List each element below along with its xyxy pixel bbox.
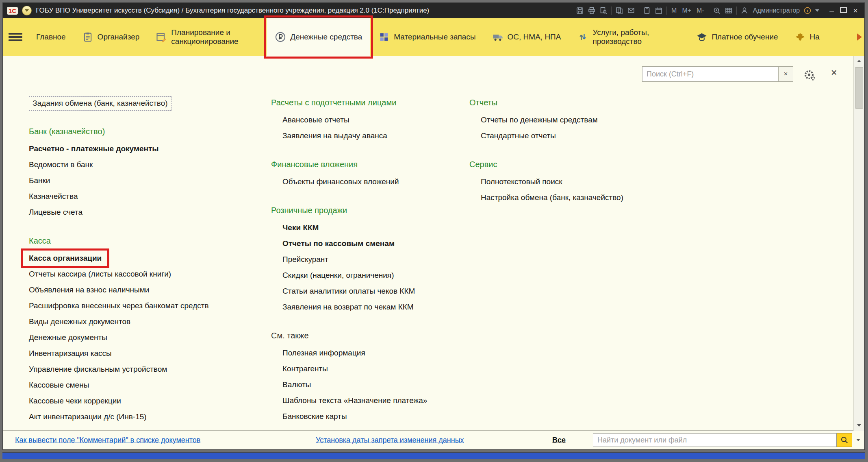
menu-item[interactable]: Ведомости в банк [29, 157, 260, 172]
send-icon[interactable] [627, 7, 635, 15]
memory-mminus-button[interactable]: М- [696, 7, 705, 14]
menu-item[interactable]: Контрагенты [271, 361, 466, 377]
maximize-button[interactable] [840, 7, 847, 15]
menu-item[interactable]: Управление фискальным устройством [29, 361, 260, 377]
menu-item[interactable]: Стандартные отчеты [469, 128, 681, 144]
graduation-cap-icon [696, 31, 707, 43]
menu-item[interactable]: Заявления на возврат по чекам ККМ [271, 299, 466, 315]
window-title: ГОБУ ВПО Университет искусств (Субсидия)… [36, 7, 429, 15]
tab-os-nma-npa[interactable]: ОС, НМА, НПА [484, 18, 569, 56]
memory-mplus-button[interactable]: М+ [681, 7, 692, 14]
calendar-pencil-icon [156, 31, 167, 43]
panel-search-input[interactable] [642, 66, 779, 82]
copy-icon[interactable] [615, 7, 623, 15]
panel-search-group: × [642, 66, 793, 82]
main-menu-icon[interactable] [9, 18, 22, 56]
save-icon[interactable] [576, 7, 584, 15]
menu-item[interactable]: Инвентаризация кассы [29, 345, 260, 361]
calculator-icon[interactable] [643, 7, 651, 15]
toolbar-separator [611, 7, 612, 15]
toolbar-separator [823, 7, 823, 15]
kassa-group: Касса Касса организации Отчеты кассира (… [29, 235, 260, 425]
menu-item[interactable]: Полезная информация [271, 345, 466, 361]
menu-item[interactable]: Кассовые чеки коррекции [29, 393, 260, 409]
tab-uslugi-raboty[interactable]: Услуги, работы, производство [569, 18, 688, 56]
table-icon[interactable] [725, 7, 733, 15]
global-search-input[interactable] [593, 433, 837, 447]
menu-item[interactable]: Виды денежных документов [29, 314, 260, 329]
menu-column-3: Отчеты Отчеты по денежным средствам Стан… [469, 96, 681, 220]
toolbar-separator [639, 7, 639, 15]
zoom-in-icon[interactable] [713, 7, 721, 15]
titlebar: 1С ГОБУ ВПО Университет искусств (Субсид… [3, 3, 864, 18]
tab-organizer[interactable]: Органайзер [74, 18, 148, 56]
print-preview-icon[interactable] [599, 7, 608, 15]
footer-bar: Как вывести поле "Комментарий" в списке … [3, 430, 853, 449]
menu-item[interactable]: Отчеты кассира (листы кассовой книги) [29, 266, 260, 282]
menu-item-kassa-organizacii[interactable]: Касса организации [29, 250, 260, 266]
menu-column-2: Расчеты с подотчетными лицами Авансовые … [271, 96, 466, 439]
section-ribbon: Главное Органайзер Планирование и санкци… [3, 18, 864, 56]
menu-item[interactable]: Лицевые счета [29, 204, 260, 220]
search-button[interactable] [837, 433, 852, 447]
memory-m-button[interactable]: М [671, 7, 677, 14]
menu-item[interactable]: Чеки ККМ [271, 220, 466, 235]
menu-item[interactable]: Отчеты по денежным средствам [469, 112, 681, 128]
user-icon[interactable] [740, 7, 749, 15]
menu-item[interactable]: Расшифровка внесенных через банкомат сре… [29, 298, 260, 314]
search-history-dropdown-icon[interactable] [855, 433, 862, 447]
menu-item[interactable]: Отчеты по кассовым сменам [271, 235, 466, 251]
section-header-roznica: Розничные продажи [271, 204, 466, 216]
menu-item[interactable]: Банки [29, 172, 260, 188]
menu-item[interactable]: Объекты финансовых вложений [271, 174, 466, 190]
menu-item[interactable]: Настройка обмена (банк, казначейство) [469, 190, 681, 205]
footer-all-link[interactable]: Все [552, 436, 566, 445]
scroll-up-icon[interactable] [854, 56, 864, 66]
menu-item[interactable]: Расчетно - платежные документы [29, 141, 260, 157]
menu-item[interactable]: Казначейства [29, 188, 260, 204]
menu-item[interactable]: Кассовые смены [29, 377, 260, 393]
tab-materialnye-zapasy[interactable]: Материальные запасы [370, 18, 484, 56]
menu-item[interactable]: Скидки (наценки, ограничения) [271, 267, 466, 283]
minimize-button[interactable]: – [827, 7, 836, 15]
footer-date-restriction-link[interactable]: Установка даты запрета изменения данных [316, 436, 464, 445]
menu-item[interactable]: Статьи аналитики оплаты чеков ККМ [271, 283, 466, 299]
titlebar-toolbar: М М+ М- Администратор – × [576, 7, 860, 15]
tab-planirovanie[interactable]: Планирование и санкционирование [148, 18, 267, 56]
menu-item[interactable]: Банковские карты [271, 408, 466, 424]
ribbon-scroll-right-icon[interactable] [857, 33, 862, 41]
tab-glavnoe[interactable]: Главное [28, 18, 74, 56]
tab-denezhnye-sredstva[interactable]: Денежные средства [267, 18, 370, 56]
system-menu-button[interactable] [22, 6, 32, 15]
panel-close-icon[interactable]: × [831, 67, 837, 78]
tab-platnoe-obuchenie[interactable]: Платное обучение [688, 18, 786, 56]
ruble-coin-icon [275, 31, 286, 43]
collapse-toolbar-icon[interactable] [815, 9, 819, 12]
print-icon[interactable] [588, 7, 596, 15]
footer-help-link[interactable]: Как вывести поле "Комментарий" в списке … [15, 436, 200, 445]
menu-item[interactable]: Полнотекстовый поиск [469, 174, 681, 190]
menu-item[interactable]: Шаблоны текста «Назначение платежа» [271, 392, 466, 408]
section-header-see-also: См. также [271, 329, 466, 342]
clear-search-button[interactable]: × [779, 66, 793, 82]
menu-item[interactable]: Авансовые отчеты [271, 112, 466, 128]
menu-item[interactable]: Прейскурант [271, 251, 466, 267]
menu-item[interactable]: Денежные документы [29, 329, 260, 345]
tab-nalogi-truncated[interactable]: На [786, 18, 828, 56]
vertical-scrollbar[interactable] [853, 56, 864, 431]
menu-item[interactable]: Акт инвентаризации д/с (Инв-15) [29, 409, 260, 425]
gear-icon[interactable] [803, 69, 815, 81]
menu-item[interactable]: Заявления на выдачу аванса [271, 128, 466, 144]
section-header-kassa: Касса [29, 235, 260, 247]
section-header-otchety: Отчеты [469, 96, 681, 109]
close-button[interactable]: × [851, 7, 860, 15]
calendar-icon[interactable] [655, 7, 663, 15]
menu-item[interactable]: Объявления на взнос наличными [29, 282, 260, 298]
menu-item-exchange-tasks[interactable]: Задания обмена (банк, казначейство) [29, 96, 171, 111]
toolbar-separator [736, 7, 737, 15]
scrollbar-thumb[interactable] [855, 67, 863, 109]
menu-item[interactable]: Валюты [271, 377, 466, 392]
info-icon[interactable] [803, 7, 812, 15]
toolbar-separator [709, 7, 709, 15]
scroll-down-icon[interactable] [854, 420, 864, 431]
